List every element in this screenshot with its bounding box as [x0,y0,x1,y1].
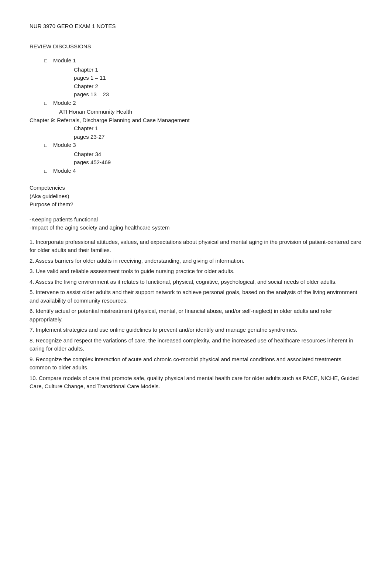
chapter1-line: Chapter 1 [74,66,362,74]
module3-subitems: Chapter 34 pages 452-469 [74,150,362,167]
module1-label: Module 1 [53,56,76,65]
chapter9-chapter1: Chapter 1 [74,124,362,133]
numbered-item-5: 5. Intervene to assist older adults and … [30,288,362,305]
keeping-section: -Keeping patients functional -Impact of … [30,215,362,232]
module3-content: Module 3 [53,141,76,149]
numbered-item-7: 7. Implement strategies and use online g… [30,326,362,334]
module2-label: Module 2 [53,99,76,107]
bullet-icon-2: □ [44,100,50,107]
numbered-list: 1. Incorporate professional attitudes, v… [30,238,362,391]
module4-item: □ Module 4 [44,167,362,175]
bullet-icon-1: □ [44,57,50,65]
chapter34-line: Chapter 34 [74,150,362,159]
module4-label: Module 4 [53,167,76,175]
numbered-item-8: 8. Recognize and respect the variations … [30,337,362,353]
pages452-469-line: pages 452-469 [74,158,362,167]
keeping-line1: -Keeping patients functional [30,215,362,224]
numbered-item-10: 10. Compare models of care that promote … [30,374,362,391]
module1-item: □ Module 1 [44,56,362,65]
module2-content: Module 2 [53,99,76,107]
module4-content: Module 4 [53,167,76,175]
module3-item: □ Module 3 [44,141,362,149]
pages1-11-line: pages 1 – 11 [74,74,362,82]
module1-subitems: Chapter 1 pages 1 – 11 Chapter 2 pages 1… [74,66,362,99]
ati-line: ATI Honan Community Health [59,108,362,116]
review-discussions-heading: REVIEW DISCUSSIONS [30,42,362,51]
competencies-line2: (Aka guidelines) [30,192,362,201]
numbered-item-3: 3. Use valid and reliable assessment too… [30,267,362,276]
competencies-line3: Purpose of them? [30,200,362,209]
page-title: NUR 3970 GERO EXAM 1 NOTES [30,22,362,31]
outline-container: □ Module 1 Chapter 1 pages 1 – 11 Chapte… [30,56,362,175]
chapter9-subitems: Chapter 1 pages 23-27 [74,124,362,141]
bullet-icon-4: □ [44,168,50,175]
numbered-item-1: 1. Incorporate professional attitudes, v… [30,238,362,255]
chapter9-line: Chapter 9: Referrals, Discharge Planning… [30,116,362,125]
module2-item: □ Module 2 [44,99,362,107]
numbered-item-6: 6. Identify actual or potential mistreat… [30,307,362,324]
keeping-line2: -Impact of the aging society and aging h… [30,224,362,232]
competencies-line1: Competencies [30,184,362,192]
numbered-item-9: 9. Recognize the complex interaction of … [30,355,362,372]
module3-label: Module 3 [53,141,76,149]
numbered-item-2: 2. Assess barriers for older adults in r… [30,257,362,265]
competencies-section: Competencies (Aka guidelines) Purpose of… [30,184,362,209]
chapter2-line: Chapter 2 [74,82,362,91]
module1-content: Module 1 [53,56,76,65]
chapter9-pages: pages 23-27 [74,133,362,141]
pages13-23-line: pages 13 – 23 [74,90,362,99]
numbered-item-4: 4. Assess the living environment as it r… [30,278,362,286]
bullet-icon-3: □ [44,142,50,149]
